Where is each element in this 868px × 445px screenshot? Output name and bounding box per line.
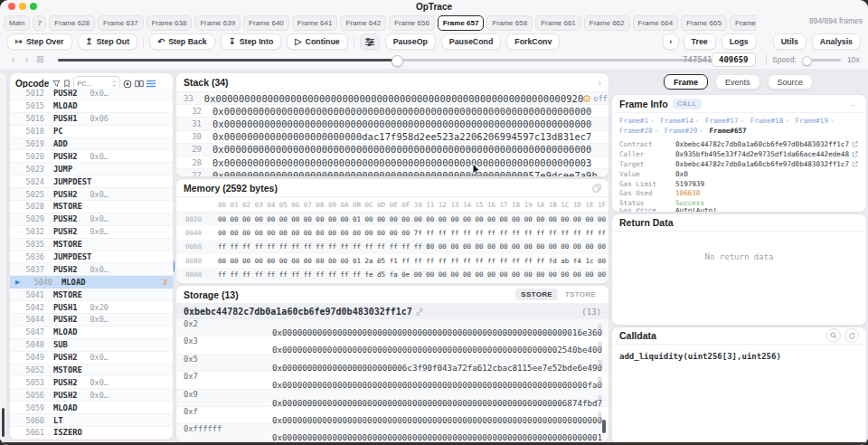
opcode-row[interactable]: ▶ 5062 ISZERO <box>10 440 173 440</box>
pause-button[interactable]: PauseCond <box>441 33 501 50</box>
scrubber-divider <box>766 54 767 65</box>
opcode-row[interactable]: ▶ 5047 MLOAD <box>10 327 173 339</box>
list-view-icon[interactable] <box>146 80 156 88</box>
frame-tab[interactable]: Frame 664 <box>633 15 679 31</box>
opcode-row[interactable]: ▶ 5052 MSTORE <box>10 365 173 377</box>
opcode-row[interactable]: ▶ 5024 JUMPDEST <box>10 175 173 188</box>
opcode-row[interactable]: ▶ 5040 MLOAD 3 <box>10 276 173 289</box>
filter-icon[interactable] <box>52 80 61 88</box>
frame-tab[interactable]: Frame 662 <box>584 15 630 31</box>
frame-tab[interactable]: Frame 641 <box>292 15 338 31</box>
breadcrumb-frame-link[interactable]: Frame#18 <box>750 117 784 125</box>
storage-tab[interactable]: SSTORE <box>515 289 558 300</box>
opcode-row[interactable]: ▶ 5035 MSTORE <box>10 239 173 251</box>
scrub-next-button[interactable]: › <box>21 53 33 65</box>
frame-tab[interactable]: Frame 639 <box>194 15 241 31</box>
frame-tab[interactable]: Frame 658 <box>486 15 533 31</box>
opcode-row[interactable]: ▶ 5029 PUSH2 0x0… <box>10 213 173 226</box>
opcode-row[interactable]: ▶ 5037 PUSH2 0x0… <box>10 263 173 276</box>
opcode-row[interactable]: ▶ 5018 PC <box>10 126 173 138</box>
opcode-row[interactable]: ▶ 5028 MSTORE <box>10 201 173 213</box>
bookmark-icon[interactable] <box>63 80 71 88</box>
expand-stack-icon[interactable]: › <box>598 77 601 88</box>
opcode-row[interactable]: ▶ 5059 MLOAD <box>10 402 173 414</box>
step-button[interactable]: ↶Step Back <box>149 33 215 50</box>
frame-tab[interactable]: Frame 657 <box>438 15 485 31</box>
opcode-row[interactable]: ▶ 5025 PUSH2 0x0… <box>10 188 173 201</box>
external-link-icon[interactable] <box>852 141 858 147</box>
trace-slider-thumb[interactable] <box>392 55 403 67</box>
opcode-row[interactable]: ▶ 5023 JUMP <box>10 163 173 175</box>
opcode-row[interactable]: ▶ 5044 PUSH2 0x0… <box>10 314 173 327</box>
copy-memory-icon[interactable] <box>592 184 601 193</box>
opcode-row[interactable]: ▶ 5041 MSTORE <box>10 289 173 301</box>
opcode-row[interactable]: ▶ 5042 PUSH1 0x20 <box>10 301 173 314</box>
frame-tab[interactable]: Frame 638 <box>146 15 193 31</box>
speed-slider-track[interactable] <box>803 59 841 62</box>
opcode-row[interactable]: ▶ 5061 ISZERO <box>10 427 173 440</box>
rail-scrollbar-thumb[interactable] <box>2 408 5 437</box>
breadcrumb-frame-link[interactable]: Frame#1 <box>619 117 648 125</box>
scrub-prev-button[interactable]: ‹ <box>7 53 19 65</box>
back-arrow-icon[interactable]: ← <box>850 99 859 109</box>
view-button[interactable]: Logs <box>722 33 757 50</box>
step-button[interactable]: ↧Step Into <box>221 33 282 50</box>
external-link-icon[interactable] <box>852 161 858 167</box>
opcode-row[interactable]: ▶ 5016 PUSH1 0x06 <box>10 113 173 126</box>
opcode-row[interactable]: ▶ 5015 MLOAD <box>10 100 173 113</box>
tool-button[interactable]: Analysis <box>812 33 861 50</box>
breadcrumb-frame-link[interactable]: Frame#29 <box>665 127 698 135</box>
view-button[interactable]: Tree <box>684 33 716 50</box>
opcode-row[interactable]: ▶ 5012 PUSH2 0x0… <box>10 88 173 100</box>
pause-button[interactable]: ForkConv <box>506 33 560 50</box>
inspector-tab[interactable]: Frame <box>664 74 708 90</box>
storage-tab[interactable]: TSTORE <box>560 289 601 300</box>
frame-tab[interactable]: Frame 666 <box>730 15 757 31</box>
external-link-icon[interactable] <box>852 151 858 157</box>
opcode-row[interactable]: ▶ 5020 PUSH2 0x0… <box>10 150 173 163</box>
inspector-tab[interactable]: Events <box>715 74 760 90</box>
step-button[interactable]: ↥Step Out <box>78 33 138 50</box>
panel-nav-chevron-button[interactable]: › <box>663 33 679 50</box>
current-step-input[interactable]: 409659 <box>712 52 756 67</box>
frame-tab[interactable]: Frame 640 <box>243 15 289 31</box>
frame-tab[interactable]: Frame 642 <box>340 15 386 31</box>
speed-slider-thumb[interactable] <box>802 56 812 66</box>
frame-tab[interactable]: Frame 665 <box>681 15 727 31</box>
frame-tab[interactable]: Frame 628 <box>49 15 95 31</box>
frame-tab[interactable]: Main <box>4 15 30 31</box>
opcode-row[interactable]: ▶ 5049 PUSH2 0x0… <box>10 352 173 365</box>
snapshot-clear-icon[interactable]: ⊠ <box>36 54 43 64</box>
frame-tab[interactable]: Frame 656 <box>389 15 435 31</box>
search-calldata-button[interactable] <box>826 328 841 343</box>
inspector-tab[interactable]: Source <box>768 74 814 90</box>
breadcrumb-frame-link[interactable]: Frame#14 <box>660 117 693 125</box>
breadcrumb-frame-link[interactable]: Frame#20 <box>619 127 653 135</box>
opcode-row[interactable]: ▶ 5032 PUSH2 0x0… <box>10 226 173 239</box>
center-on-current-icon[interactable] <box>123 80 132 89</box>
storage-scrollbar-thumb[interactable] <box>602 420 606 433</box>
opcode-row[interactable]: ▶ 5019 ADD <box>10 138 173 151</box>
step-button[interactable]: ↦Step Over <box>7 33 72 50</box>
opcode-row[interactable]: ▶ 5060 LT <box>10 414 173 427</box>
opcode-row[interactable]: ▶ 5048 SUB <box>10 339 173 352</box>
step-button[interactable]: ▷Continue <box>287 33 347 50</box>
tool-button[interactable]: Utils <box>773 33 807 50</box>
frame-info-field: Status Success <box>619 198 859 208</box>
pause-button[interactable]: PauseOp <box>385 33 436 50</box>
trace-slider-track[interactable] <box>58 59 723 62</box>
breadcrumb-frame-link[interactable]: Frame#17 <box>705 117 739 125</box>
breadcrumb-frame-link[interactable]: Frame#19 <box>795 117 828 125</box>
trace-settings-button[interactable] <box>360 33 380 50</box>
frame-tab[interactable]: Frame 661 <box>535 15 581 31</box>
frame-tab[interactable]: 7 <box>33 15 46 31</box>
link-icon[interactable] <box>416 308 423 316</box>
opcode-pc: 5053 <box>15 378 44 387</box>
opcode-row[interactable]: ▶ 5053 PUSH2 0x0… <box>10 376 173 389</box>
opcode-row[interactable]: ▶ 5056 PUSH2 0x0… <box>10 389 173 402</box>
book-view-icon[interactable] <box>135 80 144 88</box>
opcode-row[interactable]: ▶ 5036 JUMPDEST <box>10 251 173 264</box>
frame-tab[interactable]: Frame 637 <box>98 15 144 31</box>
calldata-title: Calldata <box>619 330 656 341</box>
refresh-calldata-button[interactable] <box>844 328 859 343</box>
